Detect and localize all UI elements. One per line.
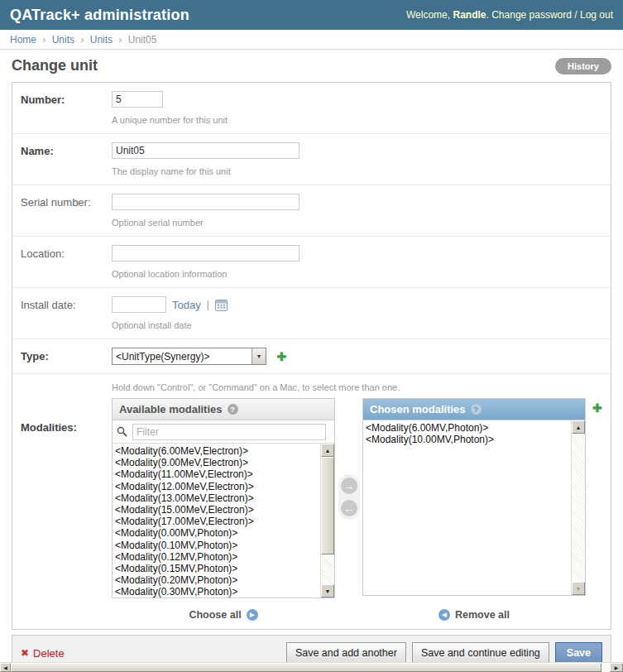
modality-option[interactable]: <Modality(13.00MeV,Electron)> [115,492,320,504]
horizontal-scrollbar[interactable]: ◀ ▶ [0,662,623,672]
number-input[interactable] [112,91,163,108]
modality-option[interactable]: <Modality(12.00MeV,Electron)> [115,481,320,492]
remove-all-arrow-icon: ◀ [438,609,450,621]
type-row: Type: <UnitType(Synergy)> ▼ ✚ [12,339,611,374]
breadcrumb-units-2[interactable]: Units [90,34,113,46]
serial-help: Optional serial number [112,218,602,228]
breadcrumb: Home › Units › Units › Unit05 [0,30,623,50]
number-row: Number: A unique number for this unit [12,83,611,134]
number-help: A unique number for this unit [112,115,602,125]
remove-all-link[interactable]: ◀ Remove all [362,609,586,621]
modality-option[interactable]: <Modality(11.00MeV,Electron)> [115,468,320,480]
name-label: Name: [21,142,112,176]
modality-option[interactable]: <Modality(0.15MV,Photon)> [115,563,320,574]
available-help-icon[interactable]: ? [228,404,238,415]
type-label: Type: [21,348,112,365]
admin-header: QATrack+ administration Welcome, Randle.… [0,0,623,30]
modality-option[interactable]: <Modality(0.12MV,Photon)> [115,551,320,563]
modality-filter-input[interactable] [132,424,326,440]
modality-option[interactable]: <Modality(6.00MeV,Electron)> [115,445,320,457]
location-help: Optional location information [112,269,602,279]
welcome-text: Welcome, [406,9,450,21]
available-modalities-box: Available modalities ? [112,398,335,598]
modalities-row: Modalities: Hold down "Control", or "Com… [12,374,611,629]
type-selected-value: <UnitType(Synergy)> [113,348,252,364]
location-input[interactable] [112,245,300,262]
today-link[interactable]: Today [172,299,201,311]
serial-label: Serial number: [21,194,112,228]
delete-link[interactable]: ✖ Delete [21,647,65,660]
save-add-another-button[interactable]: Save and add another [286,642,406,664]
chosen-modalities-list: <Modality(6.00MV,Photon)><Modality(10.00… [363,420,571,595]
history-button[interactable]: History [555,58,611,74]
save-continue-button[interactable]: Save and continue editing [412,642,549,664]
username: Randle [453,9,486,21]
scroll-right-icon[interactable]: ▶ [610,663,623,672]
remove-selected-button[interactable]: ← [341,500,357,516]
choose-all-link[interactable]: Choose all ▶ [112,609,335,621]
breadcrumb-units[interactable]: Units [52,34,74,46]
name-row: Name: The display name for this unit [12,134,611,185]
modality-option[interactable]: <Modality(0.00MV,Photon)> [115,527,320,539]
move-buttons: → ← [338,474,360,520]
user-tools: Welcome, Randle. Change password / Log o… [406,9,613,21]
location-row: Location: Optional location information [12,237,611,288]
breadcrumb-home[interactable]: Home [10,34,36,46]
scroll-thumb[interactable] [321,457,334,554]
modality-option[interactable]: <Modality(15.00MeV,Electron)> [115,504,320,516]
available-scrollbar[interactable]: ▲ ▼ [320,444,334,598]
change-password-link[interactable]: Change password [491,9,572,21]
install-date-input[interactable] [112,296,166,313]
chosen-help-icon[interactable]: ? [471,404,482,415]
modalities-help: Hold down "Control", or "Command" on a M… [112,382,602,392]
name-input[interactable] [112,142,300,159]
scroll-down-icon[interactable]: ▼ [572,582,585,595]
search-icon [117,426,127,437]
scroll-left-icon[interactable]: ◀ [0,663,11,672]
calendar-icon[interactable] [215,299,228,311]
modalities-label: Modalities: [21,382,112,621]
available-modalities-list: <Modality(6.00MeV,Electron)><Modality(9.… [113,444,320,598]
add-type-icon[interactable]: ✚ [276,350,286,363]
install-date-label: Install date: [21,296,112,330]
install-date-row: Install date: Today | [12,288,611,339]
choose-all-arrow-icon: ▶ [247,609,258,621]
serial-input[interactable] [112,194,300,210]
available-modalities-title: Available modalities [119,403,223,415]
modality-option[interactable]: <Modality(0.30MV,Photon)> [115,586,320,598]
chosen-modalities-box: Chosen modalities ? <Modality(6.00MV,Pho… [362,398,586,596]
number-label: Number: [21,91,112,125]
name-help: The display name for this unit [112,166,602,176]
scroll-down-icon[interactable]: ▼ [321,584,334,598]
modality-option[interactable]: <Modality(17.00MeV,Electron)> [115,516,320,527]
modality-option[interactable]: <Modality(0.10MV,Photon)> [115,540,320,551]
change-unit-form: Number: A unique number for this unit Na… [12,82,611,630]
delete-x-icon: ✖ [21,647,29,659]
location-label: Location: [21,245,112,279]
chosen-scrollbar[interactable]: ▲ ▼ [571,420,585,595]
type-select[interactable]: <UnitType(Synergy)> ▼ [112,348,266,365]
horizontal-scroll-thumb[interactable] [11,663,601,672]
save-button[interactable]: Save [555,642,602,664]
choose-selected-button[interactable]: → [341,478,357,494]
modality-option[interactable]: <Modality(9.00MeV,Electron)> [115,457,320,468]
install-date-help: Optional install date [112,320,602,330]
add-modality-icon[interactable]: ✚ [592,401,602,415]
select-dropdown-icon[interactable]: ▼ [252,348,266,364]
breadcrumb-current: Unit05 [128,34,157,46]
serial-row: Serial number: Optional serial number [12,185,611,237]
chosen-modalities-title: Chosen modalities [370,403,466,415]
logout-link[interactable]: Log out [580,9,613,21]
scroll-up-icon[interactable]: ▲ [572,420,585,434]
page-title: Change unit [12,57,98,74]
scroll-up-icon[interactable]: ▲ [321,444,334,457]
modality-option[interactable]: <Modality(10.00MV,Photon)> [366,434,571,445]
site-title: QATrack+ administration [10,7,189,24]
modality-option[interactable]: <Modality(0.20MV,Photon)> [115,574,320,586]
modality-option[interactable]: <Modality(6.00MV,Photon)> [366,422,571,434]
